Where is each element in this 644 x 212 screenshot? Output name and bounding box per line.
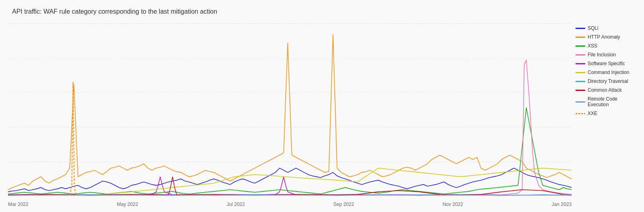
legend-color-swatch bbox=[576, 63, 585, 64]
x-label-may2022: May 2022 bbox=[117, 202, 138, 207]
legend-color-swatch bbox=[576, 54, 585, 56]
legend-item-4: Software Specific bbox=[576, 61, 640, 66]
chart-container: API traffic: WAF rule category correspon… bbox=[0, 0, 644, 212]
chart-area: Mar 2022 May 2022 Jul 2022 Sep 2022 Nov … bbox=[8, 21, 640, 198]
x-label-mar2022: Mar 2022 bbox=[8, 202, 29, 207]
legend-color-swatch bbox=[576, 72, 585, 73]
legend-label: Directory Traversal bbox=[588, 78, 628, 84]
legend-item-3: File Inclusion bbox=[576, 52, 640, 58]
x-axis-labels: Mar 2022 May 2022 Jul 2022 Sep 2022 Nov … bbox=[8, 200, 572, 207]
legend-item-1: HTTP Anomaly bbox=[576, 34, 640, 40]
legend-item-2: XSS bbox=[576, 43, 640, 49]
legend-label: File Inclusion bbox=[588, 52, 616, 58]
legend-label: Software Specific bbox=[588, 61, 625, 66]
legend-label: HTTP Anomaly bbox=[588, 34, 620, 40]
legend-item-8: Remote Code Execution bbox=[576, 96, 640, 107]
legend-label: SQLi bbox=[588, 25, 599, 31]
legend-item-0: SQLi bbox=[576, 25, 640, 31]
legend-label: Remote Code Execution bbox=[588, 96, 640, 107]
chart-plot: Mar 2022 May 2022 Jul 2022 Sep 2022 Nov … bbox=[8, 21, 572, 198]
legend-color-swatch bbox=[576, 113, 585, 114]
legend-color-swatch bbox=[576, 37, 585, 38]
x-label-jul2022: Jul 2022 bbox=[227, 202, 245, 207]
legend-color-swatch bbox=[576, 101, 585, 103]
chart-legend: SQLiHTTP AnomalyXSSFile InclusionSoftwar… bbox=[576, 21, 640, 198]
x-label-jan2023: Jan 2023 bbox=[552, 202, 572, 207]
legend-item-7: Common Attack bbox=[576, 87, 640, 93]
legend-item-9: XXE bbox=[576, 111, 640, 116]
x-label-nov2022: Nov 2022 bbox=[442, 202, 463, 207]
legend-label: XSS bbox=[588, 43, 597, 49]
chart-title: API traffic: WAF rule category correspon… bbox=[12, 8, 640, 15]
legend-color-swatch bbox=[576, 90, 585, 91]
x-label-sep2022: Sep 2022 bbox=[333, 202, 354, 207]
legend-label: XXE bbox=[588, 111, 597, 116]
legend-item-6: Directory Traversal bbox=[576, 78, 640, 84]
chart-svg bbox=[8, 21, 572, 198]
legend-color-swatch bbox=[576, 45, 585, 47]
legend-item-5: Command Injection bbox=[576, 70, 640, 75]
legend-color-swatch bbox=[576, 81, 585, 82]
legend-label: Command Injection bbox=[588, 70, 629, 75]
legend-color-swatch bbox=[576, 28, 585, 29]
legend-label: Common Attack bbox=[588, 87, 622, 93]
